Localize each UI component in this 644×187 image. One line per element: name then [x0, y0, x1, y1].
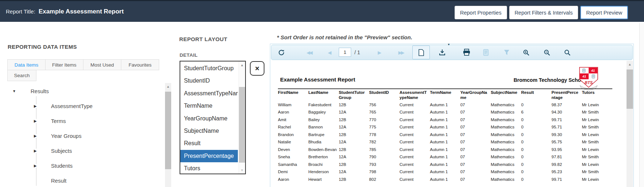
layout-item-studenttutorgroup[interactable]: StudentTutorGroup — [180, 62, 238, 75]
tree-connector-line — [36, 96, 36, 186]
expand-arrow-icon[interactable]: ▶ — [34, 149, 39, 153]
tree-item-result[interactable]: Result — [34, 177, 67, 184]
export-button[interactable]: ▼ — [438, 45, 447, 60]
table-row: WilliamFakestudent12B756CurrentAutumn 10… — [278, 101, 612, 109]
table-cell: 07 — [460, 153, 491, 161]
table-cell: Autumn 1 — [430, 101, 460, 109]
document-map-icon — [483, 49, 489, 56]
layout-item-studentid[interactable]: StudentID — [180, 75, 238, 87]
tab-filter-items[interactable]: Filter Items — [45, 59, 83, 70]
table-cell: 99.30 — [551, 131, 582, 139]
collapse-arrow-icon[interactable]: ▼ — [12, 89, 17, 93]
table-cell: 778 — [369, 131, 399, 139]
table-cell: Samantha — [278, 161, 308, 168]
table-cell: Autumn 1 — [430, 168, 460, 176]
zoom-out-button[interactable] — [542, 45, 551, 60]
scroll-down-icon[interactable]: ▼ — [239, 168, 245, 172]
table-cell: Autumn 1 — [430, 123, 460, 131]
page-layout-toggle[interactable] — [412, 45, 430, 59]
refresh-button[interactable] — [277, 45, 286, 60]
layout-item-presentpercentage[interactable]: PresentPercentage — [180, 150, 238, 162]
header-button-report-preview[interactable]: Report Preview — [580, 6, 628, 19]
scrollbar-thumb[interactable] — [165, 92, 171, 169]
layout-item-yeargroupname[interactable]: YearGroupName — [180, 112, 238, 125]
tree-item-assessmenttype[interactable]: ▶AssessmentType — [34, 102, 93, 110]
table-cell: Mr Smith — [582, 123, 612, 131]
expand-arrow-icon[interactable]: ▶ — [34, 104, 39, 108]
prev-page-button[interactable]: ◀ — [325, 45, 334, 60]
expand-arrow-icon[interactable]: ▶ — [34, 164, 39, 168]
column-header-yeargroupname: YearGroupName — [460, 89, 491, 101]
school-name: Bromcom Technology School — [514, 77, 585, 83]
first-page-icon: ◀◀ — [307, 50, 312, 55]
scrollbar-thumb[interactable] — [627, 69, 633, 109]
table-cell: Baggaley — [308, 108, 338, 116]
layout-item-tutors[interactable]: Tutors — [180, 162, 238, 173]
tree-item-students[interactable]: ▶Students — [34, 162, 72, 169]
table-row: AaronBaggaley12A765CurrentAutumn 107Math… — [278, 108, 612, 116]
layout-item-subjectname[interactable]: SubjectName — [180, 125, 238, 137]
search-button[interactable] — [563, 45, 572, 60]
table-cell: 07 — [460, 108, 491, 116]
header-button-report-properties[interactable]: Report Properties — [455, 6, 507, 19]
header-button-report-filters-intervals[interactable]: Report Filters & Intervals — [509, 6, 578, 19]
tree-item-results[interactable]: ▼ Results — [12, 88, 49, 94]
page-scrollbar-track[interactable] — [639, 23, 644, 187]
tab-favourites[interactable]: Favourites — [121, 59, 159, 70]
table-row: DevenBowden-Bevan12B785CurrentAutumn 107… — [278, 146, 612, 154]
report-layout-heading: REPORT LAYOUT — [179, 36, 227, 42]
column-header-studenttutorgroup: StudentTutorGroup — [339, 89, 369, 101]
tree-item-label: Year Groups — [51, 133, 82, 139]
remove-item-button[interactable]: × — [250, 61, 264, 76]
table-cell: 0 — [521, 138, 551, 146]
layout-item-assessmenttypename[interactable]: AssessmentTypeName — [180, 87, 238, 100]
tab-search[interactable]: Search — [7, 70, 36, 81]
table-cell: 07 — [460, 138, 491, 146]
last-page-button[interactable]: ▶▶ — [396, 45, 407, 60]
tree-item-year-groups[interactable]: ▶Year Groups — [34, 132, 82, 139]
table-cell: Current — [400, 116, 430, 124]
table-row: DemiHenderson12A798CurrentAutumn 107Math… — [278, 168, 612, 176]
tab-most-used[interactable]: Most Used — [83, 59, 121, 70]
left-panel-scrollbar[interactable]: ▲ — [165, 83, 171, 187]
tree-item-subjects[interactable]: ▶Subjects — [34, 147, 72, 154]
tree-item-label: Terms — [51, 118, 66, 124]
tab-data-items[interactable]: Data Items — [7, 59, 46, 70]
expand-arrow-icon[interactable]: ▶ — [34, 119, 39, 123]
detail-list-scrollbar[interactable]: ▲ ▼ — [239, 61, 245, 174]
table-cell: Natalie — [278, 138, 308, 146]
tree-item-terms[interactable]: ▶Terms — [34, 117, 66, 124]
filter-button[interactable] — [502, 45, 511, 60]
scroll-up-icon[interactable]: ▲ — [165, 85, 171, 88]
scroll-up-icon[interactable]: ▲ — [239, 63, 245, 67]
page-number-input[interactable] — [339, 48, 351, 57]
table-cell: 07 — [460, 176, 491, 183]
layout-item-termname[interactable]: TermName — [180, 100, 238, 112]
table-cell: 775 — [369, 123, 399, 131]
table-cell: Mr Smith — [582, 168, 612, 176]
next-page-button[interactable]: ▶ — [375, 45, 384, 60]
table-cell: Bowden-Bevan — [308, 146, 338, 154]
zoom-in-button[interactable] — [522, 45, 530, 60]
print-button[interactable] — [462, 45, 471, 60]
table-cell: 07 — [460, 116, 491, 124]
table-cell: Deven — [278, 146, 308, 154]
scrollbar-thumb[interactable] — [239, 87, 245, 163]
preview-scrollbar[interactable]: ▲ — [627, 61, 633, 187]
table-cell: 0 — [521, 116, 551, 124]
expand-arrow-icon[interactable]: ▶ — [34, 134, 39, 138]
table-cell: Bhudia — [308, 138, 338, 146]
first-page-button[interactable]: ◀◀ — [304, 45, 315, 60]
table-cell: Hewart — [308, 176, 338, 183]
school-logo-text: BTS — [585, 80, 593, 85]
detail-list: StudentTutorGroupStudentIDAssessmentType… — [180, 62, 238, 173]
export-dropdown-icon[interactable]: ▼ — [447, 43, 450, 46]
table-cell: Bartrupe — [308, 131, 338, 139]
document-map-button[interactable] — [482, 45, 490, 60]
table-cell: 6 — [521, 108, 551, 116]
scroll-up-icon[interactable]: ▲ — [627, 63, 633, 66]
reporting-tabs: Data ItemsFilter ItemsMost UsedFavourite… — [7, 59, 159, 70]
tree-item-label: Students — [51, 163, 72, 169]
table-cell: Mathematics — [491, 153, 521, 161]
layout-item-result[interactable]: Result — [180, 137, 238, 150]
